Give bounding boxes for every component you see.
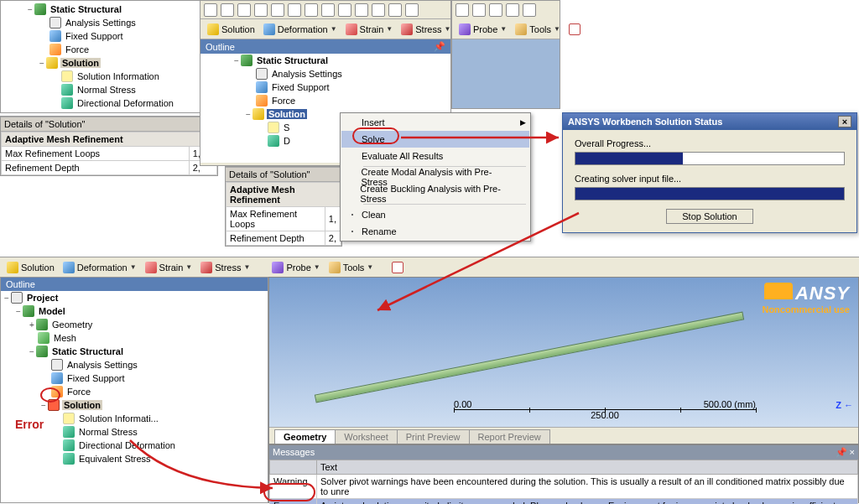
- viewport-tabs[interactable]: Geometry Worksheet Print Preview Report …: [269, 427, 858, 444]
- message-row[interactable]: ErrorAn internal solution magnitude limi…: [270, 499, 858, 505]
- progress1-label: Overall Progress...: [575, 138, 845, 148]
- tool-icon[interactable]: [388, 3, 402, 17]
- icon-toolbar[interactable]: [200, 1, 450, 19]
- messages-title: Messages: [273, 447, 315, 458]
- tree-root[interactable]: −Static Structural: [3, 3, 216, 16]
- menu-buckling[interactable]: Create Buckling Analysis with Pre-Stress: [341, 185, 529, 202]
- menu-modal[interactable]: Create Modal Analysis with Pre-Stress: [341, 169, 529, 185]
- tb-solution[interactable]: Solution: [204, 22, 258, 37]
- tb-strain[interactable]: Strain▼: [142, 260, 196, 275]
- messages-panel: Messages📌 × Text WarningSolver pivot war…: [268, 444, 859, 503]
- status-title: ANSYS Workbench Solution Status: [568, 117, 722, 127]
- tab-print[interactable]: Print Preview: [397, 429, 470, 444]
- beam-geometry: [315, 311, 744, 403]
- tab-report[interactable]: Report Preview: [469, 429, 550, 444]
- tool-icon[interactable]: [221, 3, 234, 17]
- tree-item-force[interactable]: Force: [3, 43, 216, 56]
- tree-item-fixed[interactable]: Fixed Support: [3, 29, 216, 43]
- tree-root[interactable]: −Static Structural: [200, 54, 450, 67]
- tool-icon[interactable]: [523, 3, 536, 17]
- bottom-tree[interactable]: −Project −Model +Geometry Mesh −Static S…: [1, 291, 268, 502]
- tb-deformation[interactable]: Deformation▼: [60, 260, 140, 275]
- solution-toolbar[interactable]: Solution Deformation▼ Strain▼ Stress▼: [200, 19, 450, 39]
- progress2-label: Creating solver input file...: [575, 174, 845, 184]
- viewport-3d[interactable]: 0.00500.00 (mm) 250.00 ANSY Noncommercia…: [268, 277, 859, 444]
- z-axis-label: Z ←: [836, 400, 853, 410]
- tb-tools[interactable]: Tools▼: [325, 260, 377, 275]
- mini-viewport: Probe▼ Tools▼: [451, 0, 560, 109]
- scale-bar: 0.00500.00 (mm) 250.00: [454, 399, 756, 420]
- tb-deformation[interactable]: Deformation▼: [260, 22, 341, 37]
- tb-tools[interactable]: Tools▼: [512, 22, 564, 37]
- solution-status-window: ANSYS Workbench Solution Status× Overall…: [562, 112, 857, 233]
- tb-probe[interactable]: Probe▼: [456, 22, 510, 37]
- outline-header: Outline📌: [200, 39, 450, 54]
- menu-rename[interactable]: Rename: [341, 223, 529, 240]
- tool-icon[interactable]: [338, 3, 351, 17]
- tool-icon[interactable]: [204, 3, 217, 17]
- pin-icon[interactable]: 📌 ×: [836, 447, 855, 457]
- tree-project[interactable]: −Project: [1, 291, 268, 304]
- bottom-outline: Outline −Project −Model +Geometry Mesh −…: [0, 277, 268, 503]
- tool-icon[interactable]: [254, 3, 268, 17]
- tb-stress[interactable]: Stress▼: [197, 260, 253, 275]
- tool-icon[interactable]: [372, 3, 385, 17]
- menu-evaluate[interactable]: Evaluate All Results: [341, 148, 529, 164]
- tb-close[interactable]: [565, 22, 584, 37]
- top-left-tree[interactable]: −Static Structural Analysis Settings Fix…: [0, 0, 218, 113]
- stop-solution-button[interactable]: Stop Solution: [666, 209, 752, 224]
- broom-icon: [351, 214, 353, 216]
- menu-solve[interactable]: Solve: [341, 131, 529, 148]
- tree-item-normal[interactable]: Normal Stress: [3, 83, 216, 96]
- context-menu[interactable]: Insert▶ Solve Evaluate All Results Creat…: [340, 112, 531, 242]
- tb-close[interactable]: [388, 260, 407, 275]
- tree-static[interactable]: −Static Structural: [1, 345, 268, 358]
- progress1: [575, 152, 845, 165]
- tree-item-solinfo[interactable]: Solution Information: [3, 70, 216, 83]
- cap-icon: [764, 283, 793, 299]
- tool-icon[interactable]: [305, 3, 318, 17]
- tool-icon[interactable]: [321, 3, 335, 17]
- progress2: [575, 187, 845, 200]
- bottom-toolbar-wrap: Solution Deformation▼ Strain▼ Stress▼ Pr…: [0, 257, 859, 277]
- pin-icon[interactable]: 📌: [434, 41, 445, 52]
- tb-probe[interactable]: Probe▼: [268, 260, 323, 275]
- tool-icon[interactable]: [506, 3, 519, 17]
- tool-icon[interactable]: [288, 3, 301, 17]
- tree-solution[interactable]: −Solution: [3, 56, 216, 70]
- tree-solution-err[interactable]: −Solution: [1, 398, 268, 412]
- tool-icon[interactable]: [489, 3, 502, 17]
- tool-icon[interactable]: [355, 3, 368, 17]
- tree-item-analysis[interactable]: Analysis Settings: [3, 16, 216, 29]
- tool-icon[interactable]: [271, 3, 284, 17]
- error-icon: [48, 399, 60, 411]
- tool-icon[interactable]: [472, 3, 486, 17]
- tool-icon[interactable]: [456, 3, 469, 17]
- tb-solution[interactable]: Solution: [3, 260, 58, 275]
- message-row[interactable]: WarningSolver pivot warnings have been e…: [270, 475, 858, 499]
- tree-item-dirdef[interactable]: Directional Deformation: [3, 96, 216, 110]
- tb-strain[interactable]: Strain▼: [342, 22, 397, 37]
- tab-geometry[interactable]: Geometry: [274, 429, 336, 444]
- tool-icon[interactable]: [405, 3, 419, 17]
- menu-clean[interactable]: Clean: [341, 206, 529, 223]
- tab-worksheet[interactable]: Worksheet: [335, 429, 397, 444]
- tool-icon[interactable]: [237, 3, 251, 17]
- error-label: Error: [15, 418, 44, 431]
- ansys-logo: ANSY Noncommercial use: [762, 283, 850, 314]
- rename-icon: [351, 231, 353, 232]
- close-button[interactable]: ×: [838, 116, 851, 127]
- tb-stress[interactable]: Stress▼: [398, 22, 454, 37]
- details-panel-1: Details of "Solution" Adaptive Mesh Refi…: [0, 116, 218, 176]
- details-title: Details of "Solution": [1, 117, 217, 132]
- menu-insert[interactable]: Insert▶: [341, 114, 529, 131]
- details-panel-2: Details of "Solution" Adaptive Mesh Refi…: [225, 166, 342, 247]
- tree-model[interactable]: −Model: [1, 304, 268, 318]
